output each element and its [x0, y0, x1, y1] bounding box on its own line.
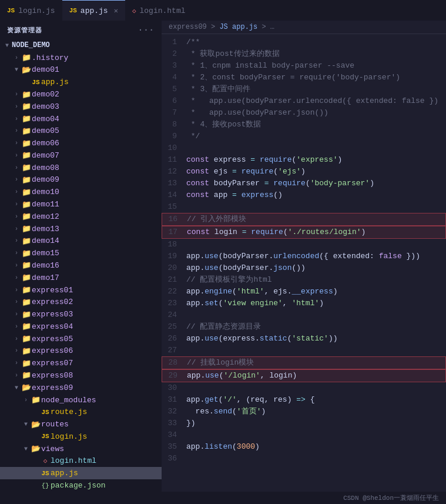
expand-arrow: › — [12, 299, 21, 305]
item-label: demo15 — [32, 249, 59, 258]
tab-label: login.html — [140, 6, 186, 15]
more-icon[interactable]: ··· — [138, 25, 155, 35]
item-label: login.js — [51, 432, 87, 441]
sidebar-item-express05[interactable]: › 📁 express05 — [0, 333, 162, 345]
sidebar-item-views[interactable]: ▼ 📂 views — [0, 443, 162, 455]
item-label: demo07 — [32, 151, 59, 160]
sidebar-item-demo15[interactable]: › 📁 demo15 — [0, 247, 162, 259]
tab-app-js[interactable]: JS app.js ✕ — [62, 0, 125, 21]
sidebar-item-demo06[interactable]: › 📁 demo06 — [0, 137, 162, 149]
code-line: 22 app.engine('html', ejs.__express) — [162, 286, 446, 298]
sidebar-item-demo14[interactable]: › 📁 demo14 — [0, 235, 162, 248]
sidebar-item-express04[interactable]: › 📁 express04 — [0, 321, 162, 333]
code-line-highlighted: 16 // 引入外部模块 — [162, 213, 446, 226]
sidebar-item-demo08[interactable]: › 📁 demo08 — [0, 162, 162, 174]
item-label: express04 — [32, 322, 73, 331]
item-label: demo17 — [32, 273, 59, 282]
code-line: 19 app.use(bodyParser.urlencoded({ exten… — [162, 251, 446, 262]
sidebar-item-package-json[interactable]: {} package.json — [0, 479, 162, 492]
folder-icon: 📁 — [21, 90, 32, 99]
html-file-icon: ◇ — [40, 457, 51, 465]
sidebar-item-demo01[interactable]: ▼ 📂 demo01 — [0, 64, 162, 76]
sidebar-item-demo03[interactable]: › 📁 demo03 — [0, 101, 162, 113]
js-file-icon: JS — [31, 79, 41, 86]
folder-icon: 📁 — [21, 151, 32, 160]
sidebar-item-demo04[interactable]: › 📁 demo04 — [0, 113, 162, 125]
expand-arrow: › — [12, 323, 21, 330]
item-label: views — [41, 445, 64, 453]
expand-arrow: › — [21, 397, 31, 403]
folder-icon: 📁 — [21, 359, 32, 368]
sidebar: 资源管理器 ··· ▼ NODE_DEMO › 📁 .history ▼ 📂 d… — [0, 21, 162, 492]
expand-arrow: › — [12, 201, 21, 208]
code-line-highlighted: 17 const login = require('./routes/login… — [162, 226, 446, 239]
sidebar-item-node-modules[interactable]: › 📁 node_modules — [0, 394, 162, 406]
sidebar-item-demo07[interactable]: › 📁 demo07 — [0, 149, 162, 162]
item-label: demo03 — [32, 102, 59, 111]
code-line: 24 — [162, 309, 446, 321]
tab-login-js[interactable]: JS login.js — [0, 0, 62, 21]
sidebar-item-demo13[interactable]: › 📁 demo13 — [0, 223, 162, 235]
tree-root[interactable]: ▼ NODE_DEMO — [0, 39, 162, 52]
code-line: 33 }) — [162, 418, 446, 429]
item-label: login.html — [51, 456, 96, 465]
expand-arrow: ▼ — [2, 42, 12, 49]
code-line: 31 app.get('/', (req, res) => { — [162, 394, 446, 406]
tab-close-icon[interactable]: ✕ — [114, 6, 118, 15]
item-label: express05 — [32, 335, 73, 343]
sidebar-item-demo11[interactable]: › 📁 demo11 — [0, 198, 162, 211]
folder-icon: 📁 — [21, 102, 32, 111]
expand-arrow: › — [12, 140, 21, 146]
js-file-icon: JS — [40, 433, 51, 440]
folder-icon: 📁 — [21, 298, 32, 307]
sidebar-item-app-js-express09[interactable]: JS app.js — [0, 467, 162, 479]
sidebar-item-express02[interactable]: › 📁 express02 — [0, 296, 162, 308]
item-label: .history — [32, 54, 68, 62]
folder-icon: 📁 — [31, 395, 41, 405]
code-line: 5 * 3、配置中间件 — [162, 84, 446, 95]
sidebar-item-login-html-views[interactable]: ◇ login.html — [0, 455, 162, 468]
sidebar-item-demo09[interactable]: › 📁 demo09 — [0, 174, 162, 186]
sidebar-item-demo16[interactable]: › 📁 demo16 — [0, 259, 162, 272]
sidebar-item-express07[interactable]: › 📁 express07 — [0, 357, 162, 369]
expand-arrow: ▼ — [21, 421, 31, 428]
sidebar-item-express01[interactable]: › 📁 express01 — [0, 284, 162, 296]
code-line: 9 */ — [162, 131, 446, 142]
sidebar-item-history[interactable]: › 📁 .history — [0, 52, 162, 64]
expand-arrow: › — [12, 336, 21, 342]
expand-arrow: › — [12, 91, 21, 98]
item-label: app.js — [51, 469, 78, 478]
sidebar-item-demo17[interactable]: › 📁 demo17 — [0, 272, 162, 284]
code-line-highlighted: 29 app.use('/login', login) — [162, 369, 446, 382]
code-area[interactable]: 1 /** 2 * 获取post传过来的数据 3 * 1、cnpm instal… — [162, 34, 446, 492]
folder-icon: 📁 — [21, 285, 32, 295]
sidebar-item-express08[interactable]: › 📁 express08 — [0, 369, 162, 382]
expand-arrow: › — [12, 176, 21, 183]
sidebar-item-demo05[interactable]: › 📁 demo05 — [0, 125, 162, 137]
folder-icon: 📁 — [21, 322, 32, 331]
sidebar-item-demo12[interactable]: › 📁 demo12 — [0, 211, 162, 223]
sidebar-item-express03[interactable]: › 📁 express03 — [0, 308, 162, 321]
folder-icon: 📁 — [21, 200, 32, 209]
js-icon: JS — [7, 7, 15, 14]
sidebar-item-routes[interactable]: ▼ 📂 routes — [0, 418, 162, 430]
sidebar-item-express06[interactable]: › 📁 express06 — [0, 345, 162, 358]
expand-arrow: › — [12, 311, 21, 318]
footer: CSDN @Sheldon一蓑烟雨任平生 — [0, 492, 446, 504]
code-line: 15 — [162, 201, 446, 213]
main-layout: 资源管理器 ··· ▼ NODE_DEMO › 📁 .history ▼ 📂 d… — [0, 21, 446, 492]
sidebar-item-route-js[interactable]: JS route.js — [0, 406, 162, 418]
item-label: express01 — [32, 286, 73, 295]
sidebar-item-app-js-demo01[interactable]: JS app.js — [0, 76, 162, 88]
expand-arrow: › — [12, 152, 21, 159]
sidebar-item-express09[interactable]: ▼ 📂 express09 — [0, 382, 162, 394]
sidebar-item-demo02[interactable]: › 📁 demo02 — [0, 88, 162, 101]
sidebar-actions: ··· — [138, 25, 155, 35]
tab-login-html[interactable]: ◇ login.html — [125, 0, 193, 21]
code-line-highlighted: 28 // 挂载login模块 — [162, 356, 446, 369]
sidebar-item-demo10[interactable]: › 📁 demo10 — [0, 186, 162, 198]
expand-arrow: › — [12, 348, 21, 354]
sidebar-item-login-js-routes[interactable]: JS login.js — [0, 430, 162, 443]
code-line: 26 app.use(express.static('static')) — [162, 333, 446, 345]
expand-arrow: › — [12, 189, 21, 195]
